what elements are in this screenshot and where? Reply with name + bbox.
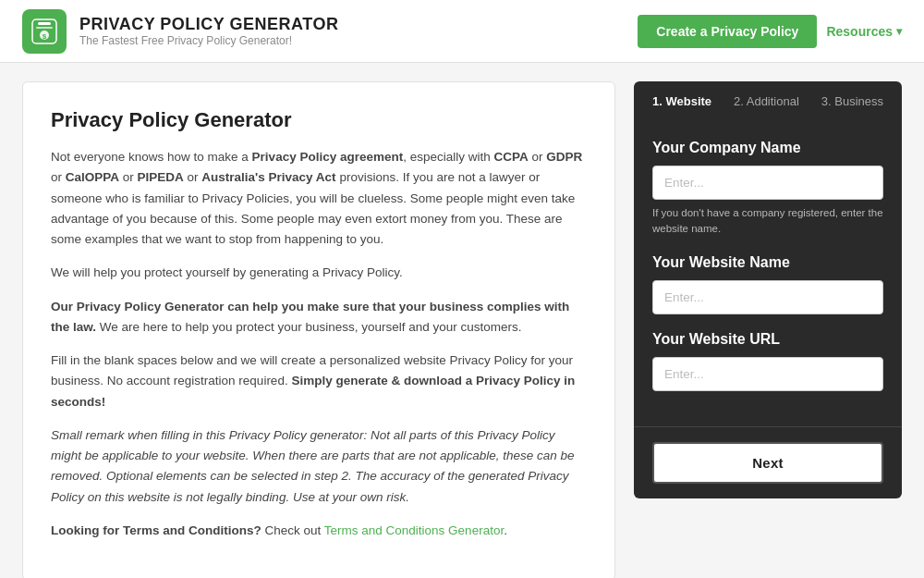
website-name-label: Your Website Name: [652, 254, 883, 271]
svg-text:$: $: [43, 32, 47, 41]
fill-paragraph: Fill in the blank spaces below and we wi…: [51, 350, 587, 412]
help-paragraph: We will help you protect yourself by gen…: [51, 263, 587, 283]
logo-text: PRIVACY POLICY GENERATOR The Fastest Fre…: [79, 15, 338, 47]
website-url-input[interactable]: [652, 357, 883, 391]
svg-rect-2: [36, 27, 53, 29]
company-name-label: Your Company Name: [652, 140, 883, 156]
company-name-group: Your Company Name If you don't have a co…: [652, 140, 883, 238]
terms-line: Looking for Terms and Conditions? Check …: [51, 521, 587, 541]
right-panel: 1. Website 2. Additional 3. Business You…: [634, 81, 902, 498]
company-hint: If you don't have a company registered, …: [652, 205, 883, 238]
header-left: $ PRIVACY POLICY GENERATOR The Fastest F…: [22, 9, 338, 54]
website-url-group: Your Website URL: [652, 331, 883, 391]
step-2-additional[interactable]: 2. Additional: [734, 94, 799, 108]
next-button[interactable]: Next: [652, 442, 883, 484]
italic-note: Small remark when filling in this Privac…: [51, 425, 587, 508]
company-name-input[interactable]: [652, 166, 883, 200]
form-panel: Your Company Name If you don't have a co…: [634, 121, 902, 426]
website-url-label: Your Website URL: [652, 331, 883, 348]
logo-subtitle: The Fastest Free Privacy Policy Generato…: [79, 34, 338, 47]
create-policy-button[interactable]: Create a Privacy Policy: [638, 15, 817, 48]
terms-conditions-link[interactable]: Terms and Conditions Generator: [324, 523, 504, 537]
header-right: Create a Privacy Policy Resources: [638, 15, 902, 48]
header: $ PRIVACY POLICY GENERATOR The Fastest F…: [0, 0, 924, 63]
step-3-business[interactable]: 3. Business: [821, 94, 883, 108]
generator-paragraph: Our Privacy Policy Generator can help yo…: [51, 297, 587, 338]
svg-rect-1: [38, 22, 51, 25]
website-name-input[interactable]: [652, 280, 883, 314]
logo-title: PRIVACY POLICY GENERATOR: [79, 15, 338, 34]
steps-bar: 1. Website 2. Additional 3. Business: [634, 81, 902, 121]
resources-button[interactable]: Resources: [826, 24, 902, 39]
left-panel: Privacy Policy Generator Not everyone kn…: [22, 81, 615, 578]
next-bar: Next: [634, 426, 902, 498]
website-name-group: Your Website Name: [652, 254, 883, 314]
main-content: Privacy Policy Generator Not everyone kn…: [0, 63, 924, 578]
intro-paragraph: Not everyone knows how to make a Privacy…: [51, 147, 587, 250]
step-1-website[interactable]: 1. Website: [652, 94, 711, 108]
page-title: Privacy Policy Generator: [51, 108, 587, 132]
logo-icon: $: [22, 9, 67, 54]
